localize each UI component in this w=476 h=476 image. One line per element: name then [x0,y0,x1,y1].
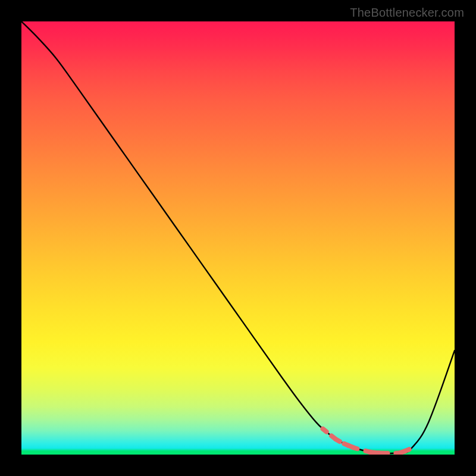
chart-frame: TheBottlenecker.com [0,0,476,476]
curve-group [21,21,455,455]
curve-marker [350,444,361,452]
watermark-text: TheBottlenecker.com [350,6,464,20]
plot-area [21,21,455,455]
bottleneck-curve [21,21,455,453]
curve-markers [320,425,412,455]
curve-marker [381,451,390,455]
chart-svg [21,21,455,455]
